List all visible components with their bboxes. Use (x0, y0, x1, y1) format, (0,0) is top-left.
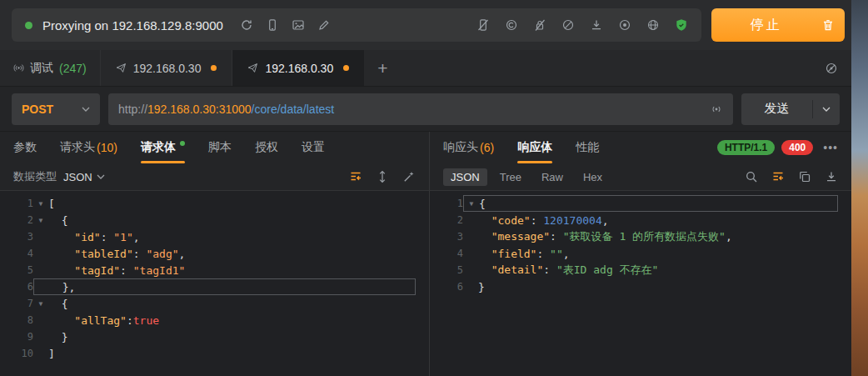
code-line[interactable]: 6 }, (0, 278, 429, 295)
url-input[interactable]: http://192.168.0.30:31000/core/data/late… (108, 93, 733, 125)
fold-arrow-icon[interactable]: ▼ (33, 300, 48, 308)
session-tab-2-active[interactable]: 192.168.0.30 (232, 50, 364, 86)
code-text: "id": "1", (48, 231, 140, 243)
code-line[interactable]: 7▼ { (0, 295, 429, 312)
beautify-icon[interactable] (402, 170, 416, 183)
refresh-icon[interactable] (240, 18, 253, 32)
line-number: 2 (430, 214, 463, 226)
tab-settings[interactable]: 设置 (302, 132, 325, 163)
broadcast-icon (13, 63, 24, 73)
response-status-badges: HTTP/1.1 400 ••• (717, 140, 838, 155)
fold-arrow-icon[interactable]: ▼ (33, 200, 48, 208)
tab-script[interactable]: 脚本 (208, 132, 232, 163)
code-text: "tableId": "adg", (48, 248, 185, 260)
send-options-chevron-icon[interactable] (813, 107, 840, 112)
body-set-dot (180, 141, 185, 146)
format-code-icon[interactable] (349, 170, 362, 183)
code-line[interactable]: 5 "detail": "表ID adg 不存在" (430, 262, 851, 278)
code-line[interactable]: 10] (0, 345, 429, 362)
capture-off-icon[interactable] (825, 62, 838, 75)
device-off-icon[interactable] (476, 18, 490, 32)
stop-proxy-button[interactable]: 停止 (711, 8, 845, 42)
code-line[interactable]: 4 "tableId": "adg", (0, 245, 429, 262)
trash-icon[interactable] (821, 18, 835, 32)
code-line[interactable]: 1▼[ (0, 195, 429, 212)
record-icon[interactable] (618, 18, 631, 32)
line-number: 6 (0, 281, 33, 293)
session-tabbar: 调试 (247) 192.168.0.30 192.168.0.30 + (0, 50, 851, 87)
fold-arrow-icon[interactable]: ▼ (33, 217, 48, 224)
tab-request-body[interactable]: 请求体 (141, 132, 185, 163)
line-number: 7 (0, 298, 33, 309)
send-request-icon (247, 63, 258, 73)
proxy-tools (240, 18, 331, 32)
stop-button-label: 停止 (711, 17, 821, 34)
view-tab-json[interactable]: JSON (443, 168, 487, 186)
request-editor-actions (349, 170, 416, 183)
edit-icon[interactable] (317, 18, 331, 32)
code-line[interactable]: 3 "message": "获取设备 1 的所有数据点失败", (430, 228, 851, 245)
collapse-lines-icon[interactable] (376, 170, 389, 183)
send-button[interactable]: 发送 (741, 93, 840, 125)
view-tab-tree[interactable]: Tree (492, 168, 529, 186)
line-number: 3 (430, 231, 463, 243)
request-body-editor[interactable]: 1▼[2▼ {3 "id": "1",4 "tableId": "adg",5 … (0, 190, 429, 376)
mobile-device-icon[interactable] (266, 18, 279, 32)
code-line[interactable]: 1▼{ (430, 195, 851, 212)
code-line[interactable]: 2 "code": 120170004, (430, 212, 851, 228)
url-scheme: http:// (118, 103, 147, 116)
vpn-shield-icon[interactable] (675, 18, 688, 32)
debug-tab[interactable]: 调试 (247) (0, 50, 100, 86)
request-url-bar: POST http://192.168.0.30:31000/core/data… (0, 87, 851, 132)
download-icon[interactable] (590, 18, 603, 32)
tab-params[interactable]: 参数 (13, 132, 37, 163)
fold-arrow-icon[interactable]: ▼ (464, 200, 479, 208)
screenshot-icon[interactable] (292, 18, 305, 32)
tab-response-body[interactable]: 响应体 (517, 132, 552, 163)
method-select[interactable]: POST (12, 93, 100, 125)
line-number: 1 (430, 198, 463, 209)
code-text: } (478, 281, 485, 293)
status-code-badge: 400 (781, 140, 813, 155)
request-body-toolbar: 数据类型 JSON (0, 163, 429, 190)
code-line[interactable]: 2▼ { (0, 212, 429, 228)
session-tab-1[interactable]: 192.168.0.30 (100, 50, 232, 86)
code-line[interactable]: 5 "tagId": "tagId1" (0, 262, 429, 278)
code-line[interactable]: 9 } (0, 328, 429, 345)
response-body-editor[interactable]: 1▼{2 "code": 120170004,3 "message": "获取设… (430, 190, 851, 376)
more-options-icon[interactable]: ••• (820, 141, 838, 154)
code-line[interactable]: 3 "id": "1", (0, 228, 429, 245)
line-number: 1 (0, 198, 33, 209)
view-tab-hex[interactable]: Hex (576, 168, 610, 186)
code-text: "allTag":true (48, 314, 159, 327)
send-button-label: 发送 (741, 101, 812, 117)
code-text: "message": "获取设备 1 的所有数据点失败", (478, 229, 732, 244)
ssl-off-icon[interactable] (533, 18, 546, 32)
tab-auth[interactable]: 授权 (255, 132, 278, 163)
tab-response-headers[interactable]: 响应头(6) (443, 132, 494, 163)
network-icon[interactable] (646, 18, 660, 32)
code-line[interactable]: 4 "field": "", (430, 245, 851, 262)
add-tab-button[interactable]: + (364, 50, 401, 86)
line-number: 5 (0, 264, 33, 276)
proxy-action-icons (476, 18, 688, 32)
certificate-icon[interactable] (505, 18, 518, 32)
download-response-icon[interactable] (825, 170, 838, 183)
proxy-topbar: Proxying on 192.168.129.8:9000 停止 (0, 0, 851, 50)
format-code-icon[interactable] (771, 170, 785, 183)
datatype-select[interactable]: JSON (63, 171, 105, 183)
chevron-down-icon (82, 107, 90, 112)
search-icon[interactable] (745, 170, 758, 183)
code-line[interactable]: 8 "allTag":true (0, 312, 429, 328)
proxy-active-dot (25, 22, 32, 29)
tab-performance[interactable]: 性能 (576, 132, 599, 163)
tab-request-headers[interactable]: 请求头(10) (60, 132, 117, 163)
line-number: 4 (430, 248, 463, 259)
code-text: [ (48, 198, 55, 210)
clear-session-icon[interactable] (561, 18, 575, 32)
view-tab-raw[interactable]: Raw (534, 168, 571, 186)
signal-icon[interactable] (710, 103, 723, 116)
copy-icon[interactable] (798, 170, 811, 183)
response-body-toolbar: JSON Tree Raw Hex (430, 163, 851, 190)
code-line[interactable]: 6} (430, 278, 851, 295)
